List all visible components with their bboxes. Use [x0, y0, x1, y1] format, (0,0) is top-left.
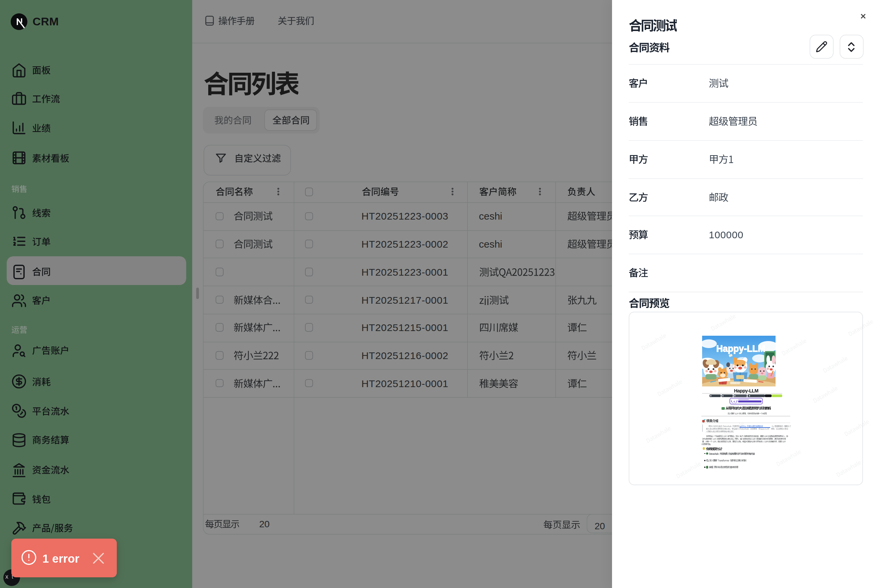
- svg-text:4: 4: [733, 400, 735, 403]
- svg-text:Happy-LLM: Happy-LLM: [717, 344, 765, 354]
